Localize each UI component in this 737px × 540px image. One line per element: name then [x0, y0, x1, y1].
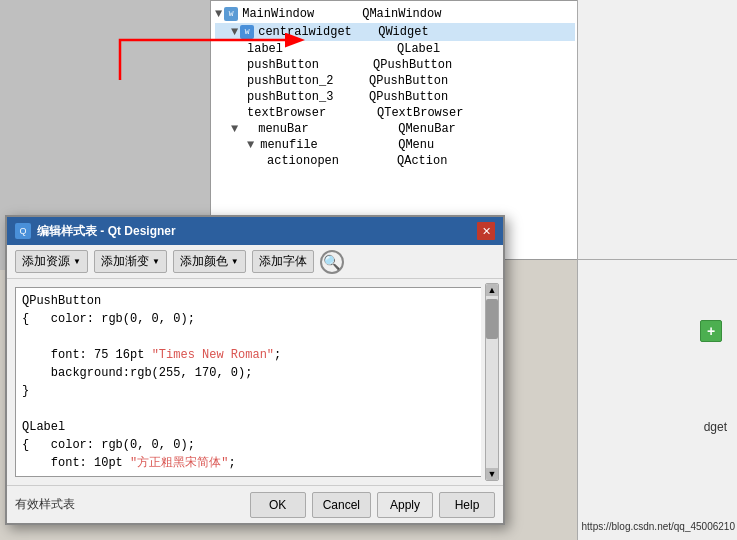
tree-node-type: QLabel [397, 42, 440, 56]
tree-node-type: QMenuBar [398, 122, 456, 136]
tree-node-type: QMainWindow [362, 7, 441, 21]
tree-row[interactable]: pushButton_2 QPushButton [215, 73, 575, 89]
help-button[interactable]: Help [439, 492, 495, 518]
tree-row[interactable]: ▼ menuBar QMenuBar [215, 121, 575, 137]
tree-row: ▼ W MainWindow QMainWindow [215, 5, 575, 23]
add-color-arrow: ▼ [231, 257, 239, 266]
tree-node-type: QPushButton [369, 90, 448, 104]
tree-node-name: MainWindow [242, 7, 362, 21]
ok-button[interactable]: OK [250, 492, 306, 518]
code-line: { color: rgb(0, 0, 0); [22, 436, 475, 454]
code-line [22, 328, 475, 346]
right-properties-panel: + dget [577, 0, 737, 540]
tree-row[interactable]: label QLabel [215, 41, 575, 57]
tree-node-type: QAction [397, 154, 447, 168]
url-text: https://blog.csdn.net/qq_45006210 [582, 521, 735, 532]
tree-row[interactable]: pushButton QPushButton [215, 57, 575, 73]
dialog-close-button[interactable]: ✕ [477, 222, 495, 240]
cancel-button[interactable]: Cancel [312, 492, 371, 518]
add-font-button[interactable]: 添加字体 [252, 250, 314, 273]
add-gradient-arrow: ▼ [152, 257, 160, 266]
tree-node-name: pushButton_3 [247, 90, 367, 104]
tree-node-name: menufile [260, 138, 380, 152]
tree-node-name: pushButton [247, 58, 367, 72]
tree-row[interactable]: ▼ W centralwidget QWidget [215, 23, 575, 41]
tree-row[interactable]: textBrowser QTextBrowser [215, 105, 575, 121]
stylesheet-editor-dialog: Q 编辑样式表 - Qt Designer ✕ 添加资源 ▼ 添加渐变 ▼ 添加… [5, 215, 505, 525]
add-color-button[interactable]: 添加颜色 ▼ [173, 250, 246, 273]
code-line: QPushButton [22, 292, 475, 310]
stylesheet-status: 有效样式表 [15, 496, 75, 513]
code-line: background:rgb(255, 170, 0); [22, 364, 475, 382]
tree-row[interactable]: actionopen QAction [215, 153, 575, 169]
dialog-toolbar: 添加资源 ▼ 添加渐变 ▼ 添加颜色 ▼ 添加字体 🔍 [7, 245, 503, 279]
add-resource-button[interactable]: 添加资源 ▼ [15, 250, 88, 273]
search-icon[interactable]: 🔍 [320, 250, 344, 274]
dialog-titlebar: Q 编辑样式表 - Qt Designer ✕ [7, 217, 503, 245]
code-line: } [22, 382, 475, 400]
tree-node-name: menuBar [258, 122, 378, 136]
tree-node-name: centralwidget [258, 25, 378, 39]
tree-node-name: pushButton_2 [247, 74, 367, 88]
tree-icon-window: W [224, 6, 240, 22]
scrollbar-thumb[interactable] [486, 299, 498, 339]
code-editor-container: QPushButton { color: rgb(0, 0, 0); font:… [11, 283, 499, 481]
add-gradient-label: 添加渐变 [101, 253, 149, 270]
tree-node-name: actionopen [267, 154, 387, 168]
tree-node-name: label [247, 42, 367, 56]
tree-icon-widget: W [240, 24, 256, 40]
tree-node-type: QMenu [398, 138, 434, 152]
apply-button[interactable]: Apply [377, 492, 433, 518]
code-line: font: 75 16pt "Times New Roman"; [22, 346, 475, 364]
scrollbar-up-arrow[interactable]: ▲ [486, 284, 498, 296]
add-resource-arrow: ▼ [73, 257, 81, 266]
tree-node-type: QPushButton [369, 74, 448, 88]
code-editor[interactable]: QPushButton { color: rgb(0, 0, 0); font:… [15, 287, 481, 477]
add-resource-label: 添加资源 [22, 253, 70, 270]
tree-arrow: ▼ [247, 138, 254, 152]
add-color-label: 添加颜色 [180, 253, 228, 270]
add-button[interactable]: + [700, 320, 722, 342]
add-font-label: 添加字体 [259, 253, 307, 270]
vertical-scrollbar[interactable]: ▲ ▼ [485, 283, 499, 481]
code-line: QLabel [22, 418, 475, 436]
tree-node-type: QPushButton [373, 58, 452, 72]
tree-arrow: ▼ [215, 7, 222, 21]
tree-arrow: ▼ [231, 122, 238, 136]
code-line: font: 10pt "方正粗黑宋简体"; [22, 454, 475, 472]
right-panel-top [578, 0, 737, 260]
add-gradient-button[interactable]: 添加渐变 ▼ [94, 250, 167, 273]
dialog-title: 编辑样式表 - Qt Designer [37, 223, 176, 240]
tree-row[interactable]: pushButton_3 QPushButton [215, 89, 575, 105]
dialog-app-icon: Q [15, 223, 31, 239]
dialog-footer: 有效样式表 OK Cancel Apply Help [7, 485, 503, 523]
tree-node-name: textBrowser [247, 106, 367, 120]
code-line [22, 400, 475, 418]
dialog-titlebar-left: Q 编辑样式表 - Qt Designer [15, 223, 176, 240]
footer-buttons: OK Cancel Apply Help [250, 492, 495, 518]
code-line: { color: rgb(0, 0, 0); [22, 310, 475, 328]
dialog-body: QPushButton { color: rgb(0, 0, 0); font:… [7, 279, 503, 485]
tree-row[interactable]: ▼ menufile QMenu [215, 137, 575, 153]
right-widget-label: dget [704, 420, 727, 434]
tree-node-type: QTextBrowser [377, 106, 463, 120]
scrollbar-down-arrow[interactable]: ▼ [486, 468, 498, 480]
tree-node-type: QWidget [378, 25, 428, 39]
tree-arrow: ▼ [231, 25, 238, 39]
